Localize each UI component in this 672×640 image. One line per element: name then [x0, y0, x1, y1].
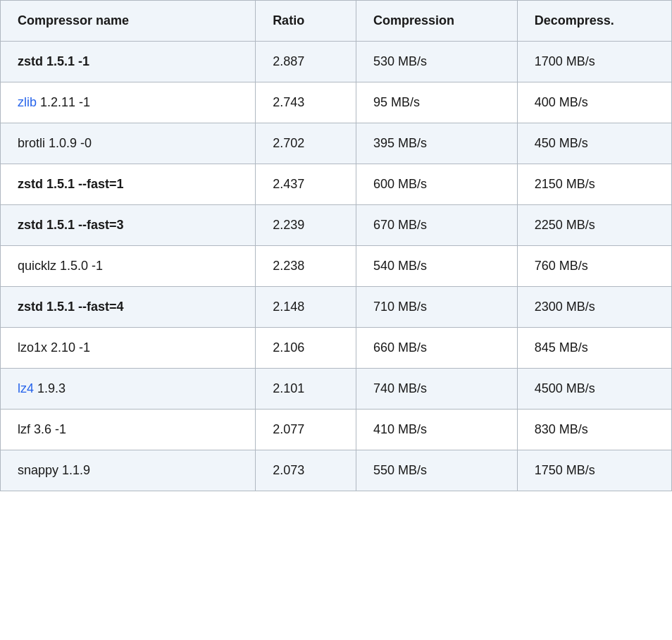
cell-compressor-name: quicklz 1.5.0 -1	[1, 246, 256, 287]
cell-compression: 670 MB/s	[356, 205, 518, 246]
compressor-link[interactable]: zlib	[18, 95, 37, 109]
cell-compression: 710 MB/s	[356, 287, 518, 328]
cell-compression: 660 MB/s	[356, 328, 518, 369]
cell-decompress: 2250 MB/s	[517, 205, 671, 246]
cell-decompress: 1700 MB/s	[517, 42, 671, 82]
cell-ratio: 2.239	[256, 205, 356, 246]
cell-decompress: 830 MB/s	[517, 410, 671, 450]
table-row: lzo1x 2.10 -12.106660 MB/s845 MB/s	[1, 328, 672, 369]
cell-compressor-name: zstd 1.5.1 --fast=4	[1, 287, 256, 328]
table-row: zstd 1.5.1 --fast=42.148710 MB/s2300 MB/…	[1, 287, 672, 328]
cell-compressor-name: lz4 1.9.3	[1, 369, 256, 410]
cell-ratio: 2.238	[256, 246, 356, 287]
cell-decompress: 845 MB/s	[517, 328, 671, 369]
cell-ratio: 2.077	[256, 410, 356, 450]
cell-compressor-name: snappy 1.1.9	[1, 450, 256, 491]
compressor-name-bold: zstd 1.5.1 -1	[18, 54, 89, 68]
cell-compression: 540 MB/s	[356, 246, 518, 287]
cell-decompress: 2150 MB/s	[517, 164, 671, 205]
header-compression: Compression	[356, 1, 518, 42]
cell-ratio: 2.887	[256, 42, 356, 82]
header-compressor-name: Compressor name	[1, 1, 256, 42]
cell-compressor-name: zstd 1.5.1 --fast=3	[1, 205, 256, 246]
table-row: lz4 1.9.32.101740 MB/s4500 MB/s	[1, 369, 672, 410]
table-row: zlib 1.2.11 -12.74395 MB/s400 MB/s	[1, 82, 672, 123]
cell-ratio: 2.106	[256, 328, 356, 369]
table-row: zstd 1.5.1 --fast=12.437600 MB/s2150 MB/…	[1, 164, 672, 205]
cell-compression: 740 MB/s	[356, 369, 518, 410]
cell-decompress: 2300 MB/s	[517, 287, 671, 328]
cell-compressor-name: zlib 1.2.11 -1	[1, 82, 256, 123]
compression-table: Compressor name Ratio Compression Decomp…	[0, 0, 672, 491]
table-row: quicklz 1.5.0 -12.238540 MB/s760 MB/s	[1, 246, 672, 287]
cell-compressor-name: lzf 3.6 -1	[1, 410, 256, 450]
cell-decompress: 1750 MB/s	[517, 450, 671, 491]
header-decompress: Decompress.	[517, 1, 671, 42]
cell-decompress: 450 MB/s	[517, 123, 671, 164]
header-ratio: Ratio	[256, 1, 356, 42]
cell-decompress: 400 MB/s	[517, 82, 671, 123]
cell-decompress: 4500 MB/s	[517, 369, 671, 410]
table-row: snappy 1.1.92.073550 MB/s1750 MB/s	[1, 450, 672, 491]
cell-ratio: 2.743	[256, 82, 356, 123]
compressor-link[interactable]: lz4	[18, 381, 34, 395]
cell-compression: 530 MB/s	[356, 42, 518, 82]
cell-ratio: 2.148	[256, 287, 356, 328]
compressor-name-bold: zstd 1.5.1 --fast=3	[18, 218, 124, 232]
cell-compressor-name: lzo1x 2.10 -1	[1, 328, 256, 369]
table-row: brotli 1.0.9 -02.702395 MB/s450 MB/s	[1, 123, 672, 164]
cell-compressor-name: zstd 1.5.1 -1	[1, 42, 256, 82]
cell-compression: 410 MB/s	[356, 410, 518, 450]
table-wrapper: Compressor name Ratio Compression Decomp…	[0, 0, 672, 491]
table-row: zstd 1.5.1 -12.887530 MB/s1700 MB/s	[1, 42, 672, 82]
table-header-row: Compressor name Ratio Compression Decomp…	[1, 1, 672, 42]
table-row: zstd 1.5.1 --fast=32.239670 MB/s2250 MB/…	[1, 205, 672, 246]
cell-compression: 95 MB/s	[356, 82, 518, 123]
compressor-name-bold: zstd 1.5.1 --fast=1	[18, 177, 124, 191]
cell-compression: 395 MB/s	[356, 123, 518, 164]
cell-ratio: 2.437	[256, 164, 356, 205]
cell-compressor-name: zstd 1.5.1 --fast=1	[1, 164, 256, 205]
table-row: lzf 3.6 -12.077410 MB/s830 MB/s	[1, 410, 672, 450]
cell-compression: 600 MB/s	[356, 164, 518, 205]
cell-compressor-name: brotli 1.0.9 -0	[1, 123, 256, 164]
cell-ratio: 2.073	[256, 450, 356, 491]
cell-compression: 550 MB/s	[356, 450, 518, 491]
cell-decompress: 760 MB/s	[517, 246, 671, 287]
cell-ratio: 2.702	[256, 123, 356, 164]
cell-ratio: 2.101	[256, 369, 356, 410]
compressor-name-bold: zstd 1.5.1 --fast=4	[18, 300, 124, 314]
